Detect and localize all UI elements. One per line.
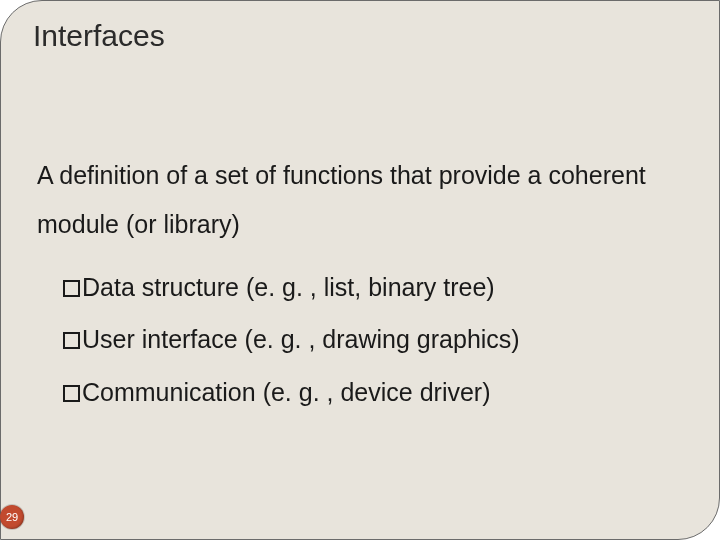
slide-title: Interfaces xyxy=(33,19,165,53)
slide-body: A definition of a set of functions that … xyxy=(37,151,683,418)
list-item: Communication (e. g. , device driver) xyxy=(63,366,683,419)
page-number-badge: 29 xyxy=(0,505,24,529)
bullet-text: Data structure (e. g. , list, binary tre… xyxy=(82,273,495,301)
square-bullet-icon xyxy=(63,385,80,402)
list-item: Data structure (e. g. , list, binary tre… xyxy=(63,261,683,314)
list-item: User interface (e. g. , drawing graphics… xyxy=(63,313,683,366)
bullet-text: User interface (e. g. , drawing graphics… xyxy=(82,325,520,353)
lead-paragraph: A definition of a set of functions that … xyxy=(37,151,683,249)
square-bullet-icon xyxy=(63,332,80,349)
square-bullet-icon xyxy=(63,280,80,297)
slide-frame: Interfaces A definition of a set of func… xyxy=(0,0,720,540)
bullet-text: Communication (e. g. , device driver) xyxy=(82,378,490,406)
bullet-list: Data structure (e. g. , list, binary tre… xyxy=(37,261,683,419)
